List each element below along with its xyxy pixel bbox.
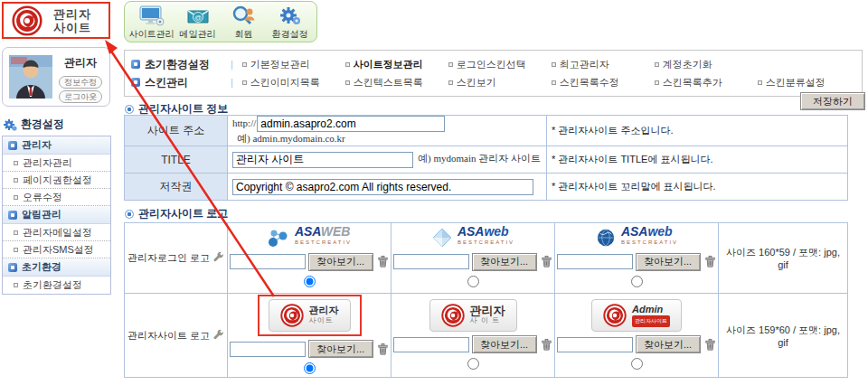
row-note: * 관리자사이트 TITLE에 표시됩니다. bbox=[547, 146, 848, 174]
menu-group-init-env[interactable]: 초기환경설정 bbox=[127, 57, 229, 72]
category-icon bbox=[8, 211, 17, 220]
bullet-icon bbox=[448, 62, 453, 67]
mail-manage-icon: @ bbox=[185, 5, 211, 28]
browse-button[interactable]: 찾아보기... bbox=[308, 253, 373, 271]
logo-option-cell: ASAwebBESTCREATIV 찾아보기... bbox=[555, 223, 719, 294]
logo-file-input[interactable] bbox=[557, 254, 633, 269]
category-icon bbox=[131, 60, 140, 69]
sidebar-item-init-env-setting[interactable]: 초기환경설정 bbox=[3, 277, 110, 294]
avatar bbox=[9, 55, 52, 99]
section-title-site-logo: 관리자사이트 로고 bbox=[125, 206, 228, 221]
site-logo-radio-1[interactable] bbox=[304, 362, 316, 374]
red-swirl-icon bbox=[12, 5, 42, 36]
menu-group-skin[interactable]: 스킨관리 bbox=[127, 75, 229, 90]
login-logo-radio-3[interactable] bbox=[631, 276, 643, 287]
row-label: 관리자사이트 로고 bbox=[125, 294, 228, 378]
wrench-icon bbox=[212, 329, 224, 341]
logo-option-cell: Admin관리자사이트 찾아보기... bbox=[555, 294, 719, 378]
bullet-icon bbox=[242, 80, 247, 85]
browse-button[interactable]: 찾아보기... bbox=[636, 335, 701, 353]
browse-button[interactable]: 찾아보기... bbox=[472, 253, 537, 271]
toolbar-site-manage[interactable]: 사이트관리 bbox=[128, 5, 175, 41]
menu-item-skin-list-edit[interactable]: 스킨목록수정 bbox=[552, 76, 655, 89]
globe-icon bbox=[595, 228, 617, 248]
sidebar-item-admin-mail[interactable]: 관리자메일설정 bbox=[3, 224, 110, 241]
trash-icon[interactable] bbox=[376, 255, 390, 268]
asaweb-logo-3: ASAwebBESTCREATIV bbox=[595, 227, 678, 248]
sidebar-item-admin-sms[interactable]: 관리자SMS설정 bbox=[3, 241, 110, 258]
admin-site-logo-option-1: 관리자사이트 bbox=[269, 299, 351, 332]
logo-file-input[interactable] bbox=[393, 337, 469, 352]
size-note-cell: 사이즈 160*59 / 포맷: jpg, gif bbox=[719, 223, 848, 294]
trash-icon[interactable] bbox=[703, 338, 717, 352]
example-text: 예) admin.mydomain.co.kr bbox=[237, 133, 345, 144]
menu-item-skin-image-list[interactable]: 스킨이미지목록 bbox=[242, 76, 345, 89]
menu-item-skin-category[interactable]: 스킨분류설정 bbox=[758, 76, 861, 89]
bullet-icon bbox=[14, 248, 18, 252]
trash-icon[interactable] bbox=[376, 343, 390, 356]
svg-text:@: @ bbox=[193, 14, 201, 22]
sidebar-item-page-permission[interactable]: 페이지권한설정 bbox=[3, 172, 110, 189]
top-menu: 초기환경설정 | 기본정보관리 사이트정보관리 로그인스킨선택 최고관리자 계정… bbox=[124, 50, 863, 97]
row-label: TITLE bbox=[125, 146, 228, 174]
sidebar-item-error-fix[interactable]: 오류수정 bbox=[3, 189, 110, 206]
bullet-icon bbox=[758, 80, 762, 85]
bullet-icon bbox=[242, 62, 247, 67]
divider: | bbox=[231, 59, 233, 70]
logo-file-input[interactable] bbox=[230, 342, 306, 357]
category-icon bbox=[131, 78, 140, 87]
bullet-icon bbox=[14, 161, 18, 165]
admin-site-logo-box[interactable]: 관리자 사이트 bbox=[2, 2, 110, 39]
toolbar-mail-manage[interactable]: @ 메일관리 bbox=[175, 5, 221, 41]
menu-item-login-skin[interactable]: 로그인스킨선택 bbox=[448, 58, 552, 71]
browse-button[interactable]: 찾아보기... bbox=[472, 335, 537, 353]
row-note: * 관리자사이트 꼬리말에 표시됩니다. bbox=[547, 174, 848, 201]
edit-info-button[interactable]: 정보수정 bbox=[59, 76, 102, 89]
logo-file-input[interactable] bbox=[230, 254, 306, 269]
admin-site-logo-option-3: Admin관리자사이트 bbox=[591, 299, 682, 332]
menu-item-account-reset[interactable]: 계정초기화 bbox=[655, 58, 758, 71]
highlight-box: 관리자사이트 bbox=[258, 295, 362, 336]
site-url-input[interactable] bbox=[257, 116, 445, 132]
browse-button[interactable]: 찾아보기... bbox=[636, 253, 701, 271]
menu-item-basic-info[interactable]: 기본정보관리 bbox=[242, 58, 345, 71]
menu-item-site-info[interactable]: 사이트정보관리 bbox=[345, 58, 448, 71]
member-icon bbox=[231, 5, 257, 28]
red-swirl-icon bbox=[603, 304, 627, 327]
sidebar: 환경설정 관리자 관리자관리 페이지권한설정 오류수정 알림관리 관리자메일설정… bbox=[2, 114, 111, 295]
table-row: 사이트 주소 http://예) admin.mydomain.co.kr * … bbox=[125, 116, 848, 146]
browse-button[interactable]: 찾아보기... bbox=[308, 340, 373, 358]
save-button[interactable]: 저장하기 bbox=[800, 92, 865, 110]
trash-icon[interactable] bbox=[703, 255, 717, 268]
copyright-input[interactable] bbox=[232, 179, 533, 195]
sidebar-item-init-env[interactable]: 초기환경 bbox=[3, 258, 110, 277]
bullet-icon bbox=[448, 80, 453, 85]
menu-item-skin-list-add[interactable]: 스킨목록추가 bbox=[655, 76, 758, 89]
logo-file-input[interactable] bbox=[393, 254, 469, 269]
bullet-icon bbox=[552, 80, 556, 85]
login-logo-radio-2[interactable] bbox=[467, 276, 479, 287]
trash-icon[interactable] bbox=[540, 338, 553, 352]
sidebar-item-admin-manage[interactable]: 관리자관리 bbox=[3, 155, 110, 172]
menu-item-super-admin[interactable]: 최고관리자 bbox=[552, 58, 655, 71]
size-note-cell: 사이즈 159*60 / 포맷: jpg, gif bbox=[719, 294, 848, 378]
logo-file-input[interactable] bbox=[557, 337, 633, 352]
login-logo-radio-1[interactable] bbox=[304, 276, 316, 287]
sidebar-item-admin[interactable]: 관리자 bbox=[3, 136, 110, 155]
bullet-icon bbox=[14, 178, 18, 183]
trash-icon[interactable] bbox=[540, 255, 553, 268]
bullet-icon bbox=[345, 80, 350, 85]
row-label: 저작권 bbox=[125, 174, 228, 201]
table-row: 저작권 * 관리자사이트 꼬리말에 표시됩니다. bbox=[125, 174, 848, 201]
site-logo-radio-3[interactable] bbox=[631, 358, 643, 370]
toolbar-member[interactable]: 회원 bbox=[221, 5, 267, 41]
menu-item-skin-view[interactable]: 스킨보기 bbox=[448, 76, 552, 89]
site-logo-radio-2[interactable] bbox=[467, 358, 479, 370]
bullet-icon bbox=[552, 62, 556, 67]
logout-button[interactable]: 로그아웃 bbox=[59, 90, 102, 103]
site-title-input[interactable] bbox=[232, 152, 413, 168]
category-icon bbox=[8, 141, 17, 150]
toolbar-settings[interactable]: 환경설정 bbox=[267, 5, 313, 41]
menu-item-skin-text-list[interactable]: 스킨텍스트목록 bbox=[345, 76, 448, 89]
sidebar-item-notify-manage[interactable]: 알림관리 bbox=[3, 206, 110, 224]
